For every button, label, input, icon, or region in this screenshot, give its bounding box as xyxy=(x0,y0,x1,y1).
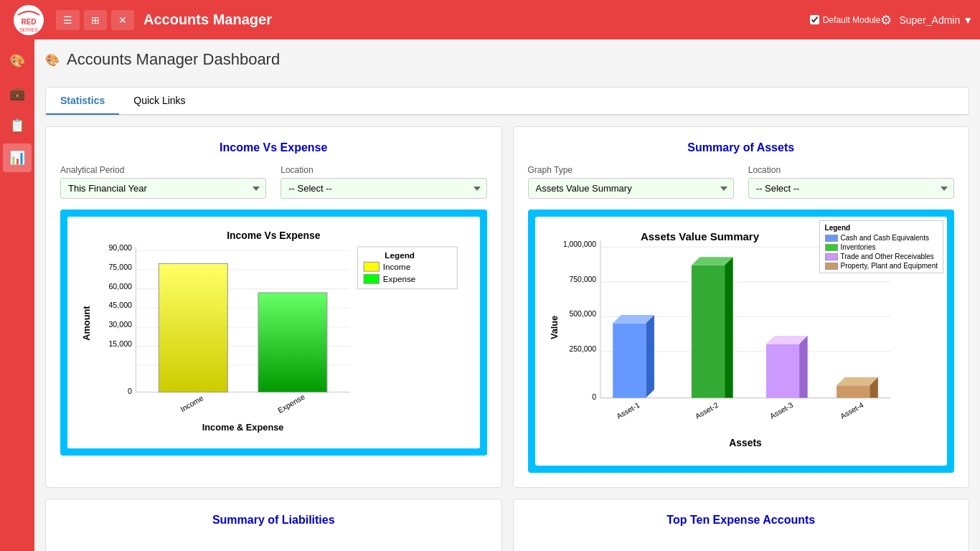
sidebar-item-palette[interactable]: 🎨 xyxy=(3,47,32,75)
svg-text:250,000: 250,000 xyxy=(569,345,596,353)
svg-text:45,000: 45,000 xyxy=(108,301,132,309)
sidebar: 🎨 💼 📋 📊 xyxy=(0,39,34,551)
svg-marker-49 xyxy=(725,257,733,397)
legend-item-cash: Cash and Cash Equivalents xyxy=(825,234,938,242)
income-expense-svg: Income Vs Expense Legend Income Expense xyxy=(75,224,473,438)
default-module-badge: Default Module xyxy=(810,15,881,25)
assets-chart-wrapper: Legend Cash and Cash Equivalents Invento… xyxy=(528,209,955,473)
svg-text:Value: Value xyxy=(549,316,559,339)
assets-chart-inner: Legend Cash and Cash Equivalents Invento… xyxy=(535,217,948,466)
sidebar-item-chart[interactable]: 📊 xyxy=(3,143,32,172)
top-expense-card: Top Ten Expense Accounts xyxy=(513,499,970,551)
page-header: 🎨 Accounts Manager Dashboard xyxy=(45,50,969,76)
svg-text:SERIES: SERIES xyxy=(19,27,38,32)
app-logo: RED SERIES xyxy=(7,2,50,38)
income-expense-filters: Analytical Period This Financial Year Lo… xyxy=(60,165,487,199)
svg-text:Assets: Assets xyxy=(729,437,762,448)
svg-text:1,000,000: 1,000,000 xyxy=(562,240,595,248)
tab-quick-links[interactable]: Quick Links xyxy=(119,88,199,115)
svg-text:Legend: Legend xyxy=(385,250,415,260)
svg-text:Expense: Expense xyxy=(276,392,306,415)
navbar: RED SERIES ☰ ⊞ ✕ Accounts Manager Defaul… xyxy=(0,0,980,39)
app-title: Accounts Manager xyxy=(143,11,810,28)
svg-text:Amount: Amount xyxy=(81,306,92,341)
svg-rect-53 xyxy=(837,385,870,397)
assets-filters: Graph Type Assets Value Summary Location… xyxy=(528,165,955,199)
svg-text:Income & Expense: Income & Expense xyxy=(202,422,284,433)
navbar-right: ⚙ Super_Admin ▼ xyxy=(880,12,973,28)
user-dropdown[interactable]: Super_Admin ▼ xyxy=(899,14,973,26)
svg-text:Income: Income xyxy=(179,393,204,413)
graph-type-select[interactable]: Assets Value Summary xyxy=(528,178,734,199)
svg-text:500,000: 500,000 xyxy=(569,310,596,318)
income-expense-chart-wrapper: Income Vs Expense Legend Income Expense xyxy=(60,209,487,456)
svg-text:60,000: 60,000 xyxy=(108,282,132,291)
svg-text:75,000: 75,000 xyxy=(108,263,132,271)
settings-icon[interactable]: ⚙ xyxy=(880,12,892,28)
svg-rect-27 xyxy=(258,293,327,392)
dashboard-icon: 🎨 xyxy=(45,53,60,67)
svg-text:Expense: Expense xyxy=(383,274,416,283)
grid-button[interactable]: ⊞ xyxy=(84,10,107,30)
svg-rect-47 xyxy=(691,265,724,398)
svg-text:RED: RED xyxy=(21,18,36,26)
svg-text:Asset-3: Asset-3 xyxy=(768,401,794,420)
assets-location-label: Location xyxy=(748,165,954,175)
income-location-select[interactable]: -- Select -- xyxy=(281,178,486,199)
page-title: Accounts Manager Dashboard xyxy=(67,50,280,69)
liabilities-title: Summary of Liabilities xyxy=(60,514,487,527)
default-module-checkbox[interactable] xyxy=(810,15,819,24)
graph-type-label: Graph Type xyxy=(528,165,734,175)
svg-text:Asset-4: Asset-4 xyxy=(839,401,864,420)
assets-location-group: Location -- Select -- xyxy=(748,165,954,199)
svg-rect-6 xyxy=(364,262,379,271)
svg-rect-8 xyxy=(364,274,379,283)
svg-text:Income Vs Expense: Income Vs Expense xyxy=(227,230,320,241)
svg-text:Assets Value Summary: Assets Value Summary xyxy=(640,230,759,242)
sidebar-item-briefcase[interactable]: 💼 xyxy=(3,79,32,108)
assets-title: Summary of Assets xyxy=(528,141,955,154)
assets-legend: Legend Cash and Cash Equivalents Invento… xyxy=(819,220,943,273)
svg-text:90,000: 90,000 xyxy=(108,243,132,252)
svg-text:Income: Income xyxy=(383,262,410,271)
bottom-cards-grid: Summary of Liabilities Top Ten Expense A… xyxy=(45,499,969,551)
cards-grid: Income Vs Expense Analytical Period This… xyxy=(45,126,969,488)
assets-legend-title: Legend xyxy=(825,224,938,232)
svg-text:750,000: 750,000 xyxy=(569,276,596,283)
svg-rect-44 xyxy=(613,324,646,398)
sidebar-item-book[interactable]: 📋 xyxy=(3,111,32,140)
svg-marker-46 xyxy=(646,315,654,398)
close-button[interactable]: ✕ xyxy=(111,10,134,30)
income-expense-card: Income Vs Expense Analytical Period This… xyxy=(45,126,502,488)
tab-statistics[interactable]: Statistics xyxy=(46,88,119,115)
analytical-period-label: Analytical Period xyxy=(60,165,266,175)
income-location-label: Location xyxy=(281,165,486,175)
income-expense-chart-inner: Income Vs Expense Legend Income Expense xyxy=(67,217,480,448)
svg-marker-52 xyxy=(799,336,808,398)
svg-text:30,000: 30,000 xyxy=(108,320,132,329)
analytical-period-select[interactable]: This Financial Year xyxy=(60,178,266,199)
svg-text:0: 0 xyxy=(128,387,132,395)
main-content: 🎨 Accounts Manager Dashboard Statistics … xyxy=(34,39,980,551)
svg-rect-50 xyxy=(765,344,798,398)
legend-item-inventories: Inventories xyxy=(825,243,938,251)
legend-item-trade: Trade and Other Receivables xyxy=(825,253,938,260)
graph-type-group: Graph Type Assets Value Summary xyxy=(528,165,734,199)
svg-text:Asset-2: Asset-2 xyxy=(694,401,720,420)
svg-text:0: 0 xyxy=(592,393,596,401)
svg-text:15,000: 15,000 xyxy=(108,339,132,348)
liabilities-card: Summary of Liabilities xyxy=(45,499,502,551)
top-expense-title: Top Ten Expense Accounts xyxy=(528,514,955,527)
tabs-header: Statistics Quick Links xyxy=(46,88,969,115)
tabs-container: Statistics Quick Links xyxy=(45,87,969,116)
assets-card: Summary of Assets Graph Type Assets Valu… xyxy=(513,126,970,488)
svg-text:Asset-1: Asset-1 xyxy=(615,401,641,420)
legend-item-property: Property, Plant and Equipment xyxy=(825,262,938,270)
assets-location-select[interactable]: -- Select -- xyxy=(748,178,954,199)
analytical-period-group: Analytical Period This Financial Year xyxy=(60,165,266,199)
income-expense-title: Income Vs Expense xyxy=(60,141,487,154)
svg-rect-26 xyxy=(159,263,227,392)
income-location-group: Location -- Select -- xyxy=(281,165,486,199)
hamburger-button[interactable]: ☰ xyxy=(56,10,80,30)
